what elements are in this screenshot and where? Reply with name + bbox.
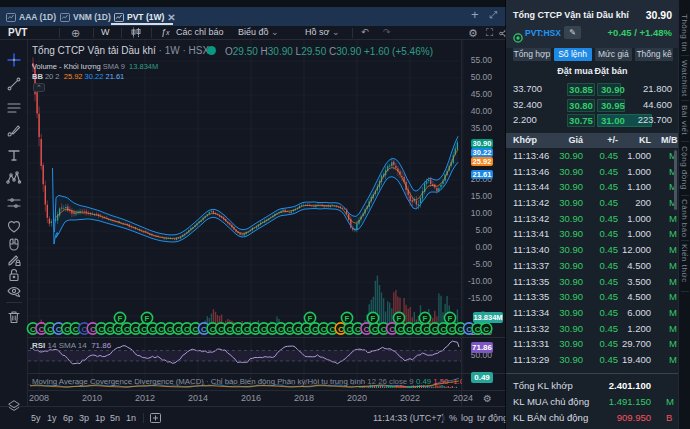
svg-text:C: C	[141, 325, 147, 334]
svg-text:C: C	[287, 325, 293, 334]
svg-text:F: F	[371, 314, 376, 323]
svg-text:F: F	[118, 314, 123, 323]
svg-text:C: C	[73, 325, 79, 334]
svg-text:C: C	[270, 325, 276, 334]
svg-text:C: C	[158, 325, 164, 334]
svg-text:C: C	[406, 325, 412, 334]
svg-text:C: C	[90, 325, 96, 334]
svg-text:C: C	[56, 325, 62, 334]
svg-text:C: C	[184, 325, 190, 334]
svg-text:C: C	[483, 325, 489, 334]
svg-text:C: C	[235, 325, 241, 334]
svg-text:C: C	[124, 325, 130, 334]
svg-text:C: C	[475, 325, 481, 334]
svg-text:C: C	[321, 325, 327, 334]
svg-text:C: C	[338, 325, 344, 334]
svg-text:C: C	[441, 325, 447, 334]
svg-text:C: C	[389, 325, 395, 334]
svg-text:C: C	[304, 325, 310, 334]
svg-text:C: C	[39, 325, 45, 334]
svg-text:C: C	[201, 325, 207, 334]
svg-text:C: C	[252, 325, 258, 334]
svg-text:F: F	[308, 314, 313, 323]
svg-text:C: C	[218, 325, 224, 334]
svg-text:C: C	[458, 325, 464, 334]
svg-text:F: F	[448, 314, 453, 323]
svg-text:F: F	[423, 314, 428, 323]
svg-text:C: C	[423, 325, 429, 334]
svg-text:C: C	[107, 325, 113, 334]
svg-text:C: C	[167, 325, 173, 334]
svg-text:F: F	[145, 314, 150, 323]
svg-text:C: C	[372, 325, 378, 334]
svg-text:F: F	[397, 314, 402, 323]
svg-text:C: C	[355, 325, 361, 334]
svg-text:F: F	[345, 314, 350, 323]
